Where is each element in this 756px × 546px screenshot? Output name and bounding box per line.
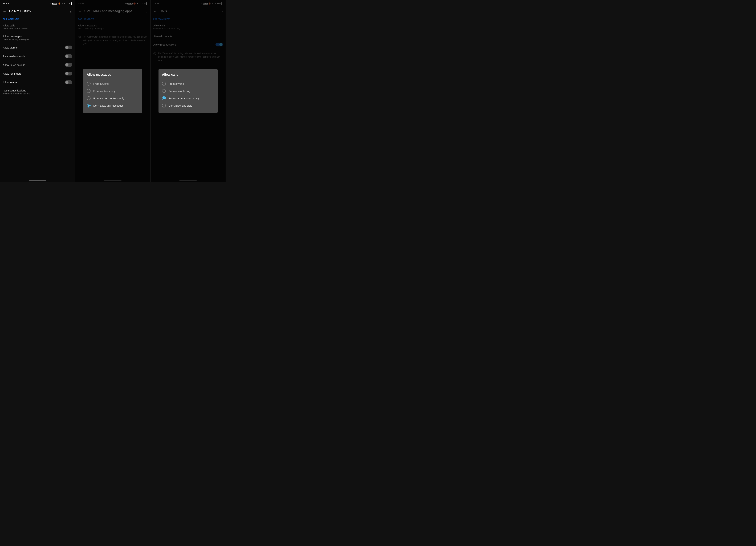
restrict-notifications-item[interactable]: Restrict notifications No sound from not… — [0, 87, 75, 97]
radio-label-starred-3: From starred contacts only — [169, 97, 200, 100]
allow-alarms-toggle[interactable] — [65, 46, 72, 49]
back-button-1[interactable]: ← — [3, 9, 6, 13]
radio-circle-starred-3 — [162, 96, 166, 100]
radio-inner-dontallow-2 — [88, 104, 90, 107]
allow-touch-knob — [65, 63, 68, 66]
allow-touch-toggle[interactable] — [65, 63, 72, 67]
allow-calls-item[interactable]: Allow calls Allow from repeat callers — [0, 22, 75, 32]
restrict-notifications-title: Restrict notifications — [3, 89, 30, 92]
battery-text-1: 71% — [66, 2, 70, 5]
allow-calls-subtitle: Allow from repeat callers — [3, 27, 27, 30]
wifi-icon: ▲ — [61, 2, 63, 5]
signal-icon: ▲ — [64, 2, 66, 5]
screen2-sms-messaging: 14:48 N VoLTE 🔕 ▲ ▲ 71% ▌ ← SMS, MMS and… — [75, 0, 151, 182]
modal-title-2: Allow messages — [87, 73, 139, 76]
radio-contacts-only-2[interactable]: From contacts only — [87, 87, 139, 95]
radio-circle-starred-2 — [87, 96, 91, 100]
screen3-calls: 14:48 N VoLTE 🔕 ▲ ▲ 71% ▌ ← Calls ⌕ FOR … — [151, 0, 226, 182]
screen1-do-not-disturb: 14:48 N VoLTE 🔕 ▲ ▲ 71% ▌ ← Do Not Distu… — [0, 0, 75, 182]
section-label-1: FOR 'COMMUTE' — [0, 16, 75, 22]
radio-circle-contacts-3 — [162, 89, 166, 93]
allow-events-title: Allow events — [3, 81, 17, 84]
allow-events-item[interactable]: Allow events — [0, 78, 75, 87]
radio-starred-only-3[interactable]: From starred contacts only — [162, 95, 214, 102]
allow-messages-subtitle: Don't allow any messages — [3, 38, 29, 41]
status-time-1: 14:48 — [3, 2, 9, 5]
allow-events-toggle[interactable] — [65, 80, 72, 84]
radio-dont-allow-calls-3[interactable]: Don't allow any calls — [162, 102, 214, 109]
modal-overlay-3[interactable]: Allow calls From anyone From contacts on… — [151, 0, 226, 182]
radio-inner-starred-3 — [163, 97, 165, 99]
allow-messages-modal: Allow messages From anyone From contacts… — [83, 69, 142, 113]
volte-icon: VoLTE — [52, 3, 57, 5]
allow-reminders-toggle[interactable] — [65, 72, 72, 75]
radio-starred-only-2[interactable]: From starred contacts only — [87, 95, 139, 102]
modal-title-3: Allow calls — [162, 73, 214, 76]
allow-alarms-item[interactable]: Allow alarms — [0, 43, 75, 52]
search-button-1[interactable]: ⌕ — [70, 9, 72, 13]
play-media-title: Play media sounds — [3, 55, 25, 58]
radio-circle-dontallow-3 — [162, 104, 166, 107]
radio-label-contacts-3: From contacts only — [169, 89, 191, 92]
allow-touch-title: Allow touch sounds — [3, 63, 25, 66]
radio-label-anyone-3: From anyone — [169, 82, 184, 85]
radio-label-contacts-2: From contacts only — [93, 89, 115, 92]
radio-contacts-only-3[interactable]: From contacts only — [162, 87, 214, 95]
play-media-item[interactable]: Play media sounds — [0, 52, 75, 60]
play-media-toggle[interactable] — [65, 54, 72, 58]
radio-label-starred-2: From starred contacts only — [93, 97, 124, 100]
allow-events-knob — [65, 81, 68, 84]
allow-messages-title: Allow messages — [3, 35, 29, 38]
allow-reminders-title: Allow reminders — [3, 72, 21, 75]
battery-icon-1: ▌ — [71, 2, 72, 5]
home-indicator-1 — [29, 180, 46, 181]
modal-overlay-2[interactable]: Allow messages From anyone From contacts… — [75, 0, 150, 182]
allow-calls-title: Allow calls — [3, 24, 27, 27]
page-title-1: Do Not Disturb — [9, 9, 70, 13]
allow-alarms-knob — [65, 46, 68, 49]
radio-circle-dontallow-2 — [87, 104, 91, 107]
allow-calls-modal: Allow calls From anyone From contacts on… — [158, 69, 218, 113]
radio-dont-allow-2[interactable]: Don't allow any messages — [87, 102, 139, 109]
radio-label-dontallow-3: Don't allow any calls — [169, 104, 192, 107]
allow-alarms-title: Allow alarms — [3, 46, 18, 49]
radio-circle-contacts-2 — [87, 89, 91, 93]
allow-touch-item[interactable]: Allow touch sounds — [0, 60, 75, 69]
radio-circle-anyone-2 — [87, 82, 91, 85]
radio-from-anyone-2[interactable]: From anyone — [87, 80, 139, 87]
restrict-notifications-subtitle: No sound from notifications — [3, 92, 30, 95]
allow-messages-item[interactable]: Allow messages Don't allow any messages — [0, 32, 75, 43]
play-media-knob — [65, 55, 68, 58]
top-bar-1: ← Do Not Disturb ⌕ — [0, 6, 75, 16]
mute-icon: 🔕 — [58, 2, 60, 5]
status-bar-1: 14:48 N VoLTE 🔕 ▲ ▲ 71% ▌ — [0, 0, 75, 6]
radio-label-anyone-2: From anyone — [93, 82, 109, 85]
radio-circle-anyone-3 — [162, 82, 166, 85]
radio-from-anyone-3[interactable]: From anyone — [162, 80, 214, 87]
nfc-icon: N — [50, 2, 51, 5]
allow-reminders-knob — [65, 72, 68, 75]
status-icons-1: N VoLTE 🔕 ▲ ▲ 71% ▌ — [50, 2, 72, 5]
radio-label-dontallow-2: Don't allow any messages — [93, 104, 124, 107]
allow-reminders-item[interactable]: Allow reminders — [0, 69, 75, 78]
